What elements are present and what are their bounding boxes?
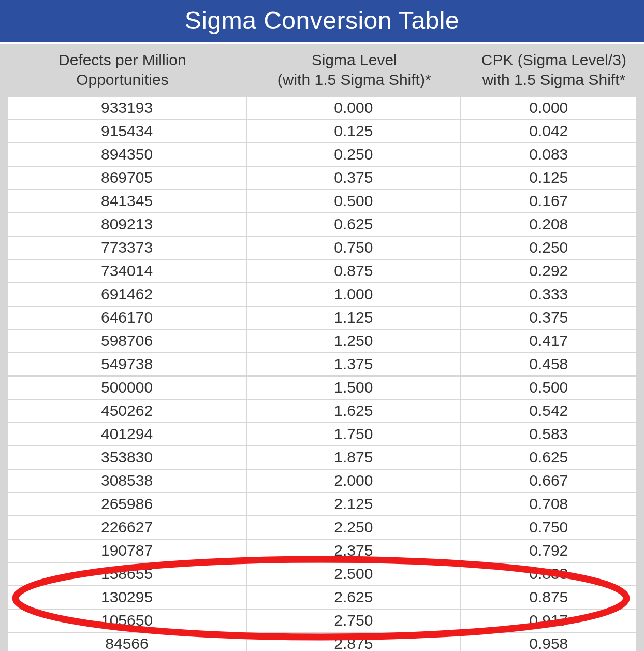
table-row: 1056502.7500.917: [7, 609, 637, 632]
table-row: 9154340.1250.042: [7, 120, 637, 143]
cell-dpmo: 841345: [7, 190, 246, 213]
column-header-line: with 1.5 Sigma Shift*: [482, 71, 625, 88]
cell-sigma: 1.000: [246, 283, 460, 306]
cell-dpmo: 226627: [7, 516, 246, 539]
cell-cpk: 0.042: [461, 120, 637, 143]
table-row: 4502621.6250.542: [7, 399, 637, 423]
column-header-line: (with 1.5 Sigma Shift)*: [277, 71, 431, 88]
table-row: 3085382.0000.667: [7, 469, 637, 493]
column-header-line: Defects per Million: [58, 51, 186, 68]
table-row: 7733730.7500.250: [7, 236, 637, 259]
cell-dpmo: 549738: [7, 353, 246, 376]
table-row: 845662.8750.958: [7, 632, 637, 651]
cell-sigma: 2.500: [246, 562, 460, 586]
table-header-row: Defects per Million Opportunities Sigma …: [0, 44, 644, 96]
page-title: Sigma Conversion Table: [0, 0, 644, 44]
cell-dpmo: 401294: [7, 423, 246, 446]
cell-dpmo: 130295: [7, 586, 246, 609]
table-row: 2659862.1250.708: [7, 493, 637, 516]
table-row: 5987061.2500.417: [7, 329, 637, 353]
cell-sigma: 1.250: [246, 329, 460, 353]
table-row: 6914621.0000.333: [7, 283, 637, 306]
cell-dpmo: 353830: [7, 446, 246, 469]
cell-cpk: 0.083: [461, 143, 637, 166]
cell-sigma: 1.375: [246, 353, 460, 376]
cell-cpk: 0.750: [461, 516, 637, 539]
cell-dpmo: 84566: [7, 632, 246, 651]
column-header-line: Sigma Level: [312, 51, 397, 68]
cell-dpmo: 158655: [7, 562, 246, 586]
table-row: 8943500.2500.083: [7, 143, 637, 166]
table-row: 4012941.7500.583: [7, 423, 637, 446]
column-header-cpk: CPK (Sigma Level/3) with 1.5 Sigma Shift…: [464, 48, 644, 91]
cell-dpmo: 691462: [7, 283, 246, 306]
page-root: Sigma Conversion Table Defects per Milli…: [0, 0, 644, 651]
cell-sigma: 2.375: [246, 539, 460, 562]
table-row: 6461701.1250.375: [7, 306, 637, 329]
cell-sigma: 2.000: [246, 469, 460, 493]
cell-dpmo: 598706: [7, 329, 246, 353]
cell-sigma: 1.500: [246, 376, 460, 399]
cell-cpk: 0.417: [461, 329, 637, 353]
cell-dpmo: 265986: [7, 493, 246, 516]
cell-cpk: 0.167: [461, 190, 637, 213]
table-row: 3538301.8750.625: [7, 446, 637, 469]
cell-dpmo: 915434: [7, 120, 246, 143]
cell-sigma: 1.625: [246, 399, 460, 423]
cell-dpmo: 773373: [7, 236, 246, 259]
table-row: 2266272.2500.750: [7, 516, 637, 539]
cell-sigma: 1.750: [246, 423, 460, 446]
cell-cpk: 0.792: [461, 539, 637, 562]
cell-sigma: 0.375: [246, 166, 460, 190]
cell-sigma: 0.250: [246, 143, 460, 166]
cell-cpk: 0.958: [461, 632, 637, 651]
cell-sigma: 2.125: [246, 493, 460, 516]
cell-dpmo: 894350: [7, 143, 246, 166]
cell-dpmo: 646170: [7, 306, 246, 329]
cell-dpmo: 105650: [7, 609, 246, 632]
table-body: 9331930.0000.0009154340.1250.0428943500.…: [0, 96, 644, 651]
table-row: 8092130.6250.208: [7, 213, 637, 236]
column-header-dpmo: Defects per Million Opportunities: [0, 48, 245, 91]
cell-cpk: 0.333: [461, 283, 637, 306]
cell-sigma: 2.875: [246, 632, 460, 651]
cell-dpmo: 450262: [7, 399, 246, 423]
cell-sigma: 0.125: [246, 120, 460, 143]
table-row: 8413450.5000.167: [7, 190, 637, 213]
cell-cpk: 0.500: [461, 376, 637, 399]
cell-cpk: 0.917: [461, 609, 637, 632]
cell-cpk: 0.833: [461, 562, 637, 586]
cell-cpk: 0.625: [461, 446, 637, 469]
cell-sigma: 0.625: [246, 213, 460, 236]
table-row: 5000001.5000.500: [7, 376, 637, 399]
cell-dpmo: 869705: [7, 166, 246, 190]
cell-dpmo: 933193: [7, 96, 246, 120]
cell-sigma: 1.125: [246, 306, 460, 329]
cell-dpmo: 809213: [7, 213, 246, 236]
cell-sigma: 1.875: [246, 446, 460, 469]
cell-cpk: 0.125: [461, 166, 637, 190]
table-row: 1302952.6250.875: [7, 586, 637, 609]
table-row: 1586552.5000.833: [7, 562, 637, 586]
table-row: 8697050.3750.125: [7, 166, 637, 190]
cell-cpk: 0.292: [461, 259, 637, 283]
cell-sigma: 2.625: [246, 586, 460, 609]
cell-dpmo: 734014: [7, 259, 246, 283]
table-row: 5497381.3750.458: [7, 353, 637, 376]
cell-dpmo: 190787: [7, 539, 246, 562]
cell-dpmo: 308538: [7, 469, 246, 493]
cell-cpk: 0.208: [461, 213, 637, 236]
cell-sigma: 0.000: [246, 96, 460, 120]
cell-cpk: 0.250: [461, 236, 637, 259]
cell-cpk: 0.375: [461, 306, 637, 329]
column-header-sigma: Sigma Level (with 1.5 Sigma Shift)*: [245, 48, 464, 91]
cell-cpk: 0.542: [461, 399, 637, 423]
cell-cpk: 0.000: [461, 96, 637, 120]
table-row: 9331930.0000.000: [7, 96, 637, 120]
column-header-line: Opportunities: [76, 71, 168, 88]
cell-sigma: 0.875: [246, 259, 460, 283]
column-header-line: CPK (Sigma Level/3): [481, 51, 626, 68]
cell-cpk: 0.708: [461, 493, 637, 516]
cell-sigma: 0.750: [246, 236, 460, 259]
table-row: 1907872.3750.792: [7, 539, 637, 562]
